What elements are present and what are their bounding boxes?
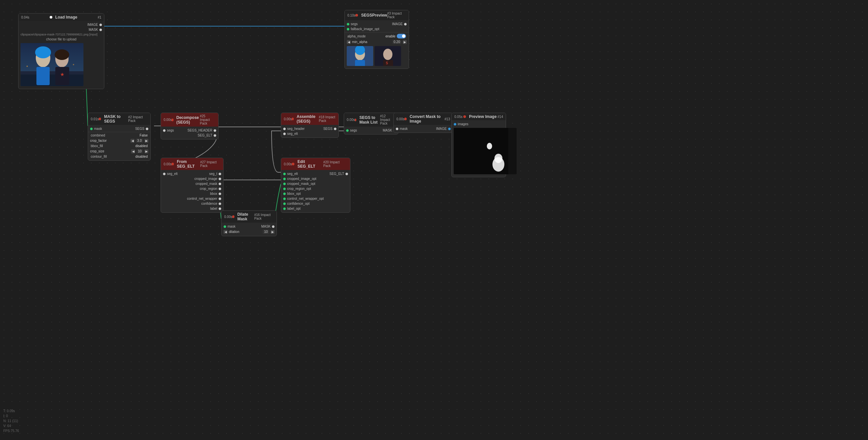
contour-fill-row: contour_fill disabled [88,154,150,159]
seg-header-input-port[interactable] [283,127,286,130]
segs-label: SEGS [135,127,145,130]
seg-elt-input-port[interactable] [163,173,165,175]
node-title: Edit SEG_ELT [298,159,323,169]
segs-header-output-port[interactable] [214,129,216,132]
label-port[interactable] [219,207,221,210]
stat-time: T: 0.09s [3,409,19,413]
label-opt-port[interactable] [283,207,286,210]
node-from-seg: 0.00s From SEG_ELT #27 Impact Pack seg_e… [161,158,223,213]
status-dot [292,118,293,120]
node-load-image: 0.04s Load Image #1 IMAGE MASK clipspace… [18,13,104,89]
mask-input-port[interactable] [396,127,398,130]
node-edit-seg-body: seg_elt SEG_ELT cropped_image_opt croppe… [281,170,350,212]
bbox-opt-port[interactable] [283,193,286,195]
bbox-port[interactable] [219,193,221,195]
node-title: Convert Mask to Image [410,114,444,124]
image-preview-load [21,43,84,86]
node-title: SEGS to Mask List [359,115,380,124]
mask-input-row: mask SEGS [88,126,150,131]
mask-output-port[interactable] [272,225,275,228]
seg-elt-input-row: seg_elt SEG_ELT [281,171,350,176]
mask-input-port[interactable] [90,127,93,130]
svg-rect-2 [21,75,84,86]
alpha-dec[interactable]: ◀ [347,40,351,44]
status-dot [355,14,358,17]
cropped-mask-port[interactable] [219,182,221,185]
node-from-seg-body: seg_elt seg_t cropped_image cropped_mask… [161,170,223,212]
svg-rect-10 [55,67,69,85]
crop-region-port[interactable] [219,187,221,190]
node-title: SEGSPreview [361,13,387,18]
image-output-port[interactable] [404,23,407,26]
fallback-input-port[interactable] [347,28,349,30]
node-segs-preview-header: 0.10s SEGSPreview #3 Impact Pack [345,10,409,20]
seg-elt-input-port[interactable] [283,173,286,175]
timing: 0.00s [164,163,172,166]
crop-size-dec[interactable]: ◀ [131,149,135,153]
dilation-row: ◀ dilation 10 ▶ [222,229,277,235]
mask-input-port[interactable] [223,225,226,228]
conf-opt-row: confidence_opt [281,201,350,206]
mask-label: mask [94,127,102,130]
segs-input-port[interactable] [347,23,349,26]
svg-point-3 [27,66,28,67]
seg-header-input-row: seg_header SEGS [281,126,338,131]
bbox-fill-row: bbox_fill disabled [88,144,150,148]
alpha-mode-toggle[interactable] [397,34,406,38]
ci-opt-port[interactable] [283,178,286,180]
node-canvas[interactable]: 0.04s Load Image #1 IMAGE MASK clipspace… [0,0,868,440]
dilation-dec[interactable]: ◀ [223,230,227,234]
node-segs-preview: 0.10s SEGSPreview #3 Impact Pack segs IM… [344,10,409,69]
conf-opt-port[interactable] [283,202,286,205]
segt-output-port[interactable] [219,173,221,175]
crop-factor-inc[interactable]: ▶ [145,139,148,143]
thumb-right: S [375,46,401,66]
cr-opt-row: crop_region_opt [281,186,350,191]
crop-factor-dec[interactable]: ◀ [130,139,134,143]
images-input-port[interactable] [454,123,456,125]
node-mask-to-segs: 0.01s MASK to SEGS #2 Impact Pack mask S… [88,113,151,161]
seg-elt-output-port[interactable] [345,173,348,175]
timing: 0.00s [284,117,292,121]
timing: 0.00s [224,215,232,219]
cnw-opt-row: control_net_wrapper_opt [281,196,350,201]
choose-file-label[interactable]: choose file to upload [19,37,104,42]
image-output-port[interactable] [99,24,102,26]
stat-v: V: 64 [3,423,19,429]
node-id: #3 Impact Pack [387,11,406,19]
seg-elt-output-port[interactable] [214,134,216,137]
node-convert-mask-header: 0.00s Convert Mask to Image #13 [394,113,453,125]
segs-input-port[interactable] [163,129,165,132]
crop-size-inc[interactable]: ▶ [145,149,148,153]
cr-opt-port[interactable] [283,187,286,190]
mask-output-port[interactable] [99,29,102,31]
node-id: #25 Impact Pack [200,114,216,125]
status-dot [463,115,466,118]
svg-text:S: S [386,61,388,65]
node-convert-mask-body: mask IMAGE [394,125,453,133]
node-decompose-body: segs SEGS_HEADER SEG_ELT [161,126,218,139]
node-mask-to-segs-body: mask SEGS combined False crop_factor ◀ 3… [88,125,150,160]
seg-elt-input-port[interactable] [283,133,286,135]
segs-input-row: segs MASK [344,128,398,133]
segs-output-port[interactable] [334,127,337,130]
alpha-inc[interactable]: ▶ [403,40,407,44]
svg-point-4 [73,64,74,65]
segs-input-row: segs IMAGE [345,22,409,27]
image-output-port[interactable] [448,127,451,130]
node-convert-mask: 0.00s Convert Mask to Image #13 mask IMA… [394,113,453,133]
segs-input-port[interactable] [346,129,349,132]
cm-opt-port[interactable] [283,182,286,185]
preview-mask-svg [454,128,508,174]
segs-output-port[interactable] [146,127,148,130]
cropped-image-port[interactable] [219,178,221,180]
node-edit-seg: 0.00s Edit SEG_ELT #20 Impact Pack seg_e… [281,158,350,213]
stat-i: I: 0 [3,413,19,418]
cnw-port[interactable] [219,198,221,200]
node-title: From SEG_ELT [177,159,200,169]
svg-point-22 [487,143,492,149]
svg-point-17 [383,49,393,60]
dilation-inc[interactable]: ▶ [271,230,275,234]
cnw-opt-port[interactable] [283,198,286,200]
confidence-port[interactable] [219,202,221,205]
